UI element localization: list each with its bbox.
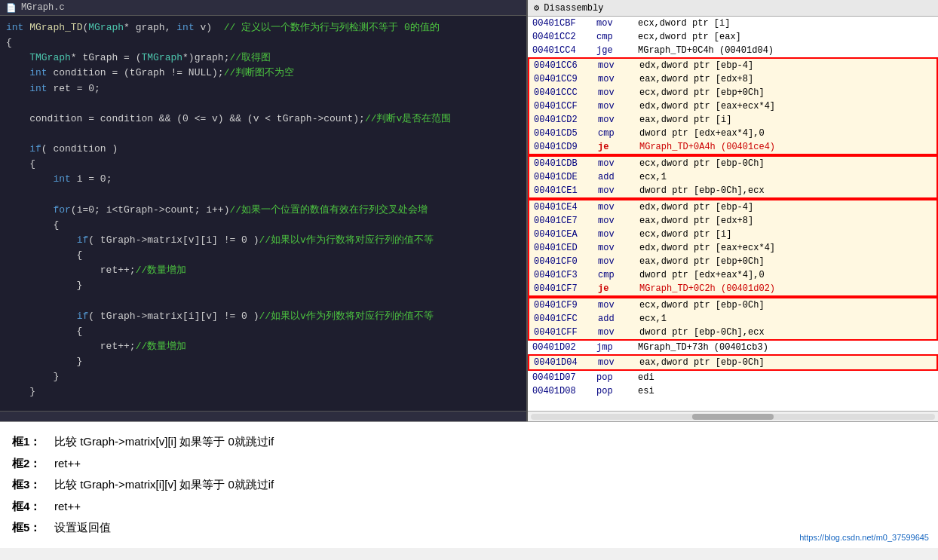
code-content[interactable]: int MGraph_TD(MGraph* graph, int v) // 定… — [0, 16, 526, 411]
disasm-row: 00401CDEaddecx,1 — [528, 170, 938, 184]
code-line: for(i=0; i<tGraph->count; i++)//如果一个位置的数… — [0, 203, 526, 218]
watermark: https://blog.csdn.net/m0_37599645 — [799, 533, 929, 542]
scrollbar-track — [531, 414, 935, 420]
code-line: } — [0, 384, 526, 399]
disasm-title-bar: ⚙ Disassembly — [528, 0, 938, 17]
disasm-row: 00401CBFmovecx,dword ptr [i] — [528, 17, 938, 30]
disasm-row: 00401CC6movedx,dword ptr [ebp-4] — [528, 57, 938, 72]
code-line: } — [0, 278, 526, 293]
code-line: if( condition ) — [0, 142, 526, 157]
annotation-line: 框4：ret++ — [12, 496, 926, 518]
top-panels: 📄 MGraph.c int MGraph_TD(MGraph* graph, … — [0, 0, 938, 422]
disasm-row: 00401CF9movecx,dword ptr [ebp-0Ch] — [528, 297, 938, 312]
disasm-row: 00401CE4movedx,dword ptr [ebp-4] — [528, 199, 938, 214]
code-line: { — [0, 35, 526, 50]
anno-label: 框1： — [12, 431, 50, 453]
code-line: condition = condition && (0 <= v) && (v … — [0, 112, 526, 127]
anno-label: 框3： — [12, 474, 50, 496]
disasm-content[interactable]: 00401CBFmovecx,dword ptr [i]00401CC2cmpe… — [528, 17, 938, 411]
disasm-row: 00401CCFmovedx,dword ptr [eax+ecx*4] — [528, 99, 938, 113]
code-line — [0, 188, 526, 203]
disasm-icon: ⚙ — [534, 2, 539, 14]
code-title-bar: 📄 MGraph.c — [0, 0, 526, 16]
disasm-row: 00401CC4jgeMGraph_TD+0C4h (00401d04) — [528, 44, 938, 57]
code-line: int MGraph_TD(MGraph* graph, int v) // 定… — [0, 20, 526, 35]
annotation-line: 框3：比较 tGraph->matrix[i][v] 如果等于 0就跳过if — [12, 474, 926, 496]
bottom-wrapper: 框1：比较 tGraph->matrix[v][i] 如果等于 0就跳过if框2… — [0, 422, 938, 548]
disasm-row: 00401D02jmpMGraph_TD+73h (00401cb3) — [528, 341, 938, 354]
code-line: int i = 0; — [0, 172, 526, 187]
disasm-panel-title: Disassembly — [544, 3, 603, 14]
disasm-row: 00401D04moveax,dword ptr [ebp-0Ch] — [528, 354, 938, 371]
code-line — [0, 294, 526, 309]
code-line: ret++;//数量增加 — [0, 263, 526, 278]
disasm-row: 00401CE7moveax,dword ptr [edx+8] — [528, 214, 938, 228]
disasm-row: 00401CFFmovdword ptr [ebp-0Ch],ecx — [528, 326, 938, 341]
anno-label: 框5： — [12, 517, 50, 539]
disasm-row: 00401CE1movdword ptr [ebp-0Ch],ecx — [528, 184, 938, 199]
code-line: if( tGraph->matrix[i][v] != 0 )//如果以v作为列… — [0, 309, 526, 324]
code-line: int condition = (tGraph != NULL);//判断图不为… — [0, 66, 526, 81]
code-line: } — [0, 369, 526, 384]
annotation-line: 框2：ret++ — [12, 453, 926, 475]
anno-text: ret++ — [54, 453, 81, 475]
code-line — [0, 127, 526, 142]
code-line — [0, 400, 526, 411]
code-panel: 📄 MGraph.c int MGraph_TD(MGraph* graph, … — [0, 0, 528, 421]
code-line — [0, 96, 526, 112]
disasm-row: 00401CD5cmpdword ptr [edx+eax*4],0 — [528, 127, 938, 140]
code-line: if( tGraph->matrix[v][i] != 0 )//如果以v作为行… — [0, 233, 526, 248]
anno-text: 比较 tGraph->matrix[i][v] 如果等于 0就跳过if — [54, 474, 274, 496]
annotation-line: 框1：比较 tGraph->matrix[v][i] 如果等于 0就跳过if — [12, 431, 926, 453]
disasm-row: 00401CC9moveax,dword ptr [edx+8] — [528, 72, 938, 86]
code-scrollbar[interactable] — [0, 411, 526, 421]
disasm-row: 00401CF0moveax,dword ptr [ebp+0Ch] — [528, 255, 938, 268]
anno-label: 框4： — [12, 496, 50, 518]
anno-text: 比较 tGraph->matrix[v][i] 如果等于 0就跳过if — [54, 431, 274, 453]
anno-text: 设置返回值 — [54, 517, 111, 539]
code-line: { — [0, 248, 526, 263]
code-line: TMGraph* tGraph = (TMGraph*)graph;//取得图 — [0, 50, 526, 66]
scrollbar-thumb — [692, 414, 773, 420]
file-icon: 📄 — [6, 3, 17, 13]
disasm-row: 00401CEDmovedx,dword ptr [eax+ecx*4] — [528, 241, 938, 255]
disasm-row: 00401CC2cmpecx,dword ptr [eax] — [528, 30, 938, 44]
disasm-row: 00401D07popedi — [528, 371, 938, 384]
main-container: 📄 MGraph.c int MGraph_TD(MGraph* graph, … — [0, 0, 938, 548]
disasm-row: 00401CFCaddecx,1 — [528, 312, 938, 326]
disasm-row: 00401CD9jeMGraph_TD+0A4h (00401ce4) — [528, 140, 938, 155]
disasm-panel: ⚙ Disassembly 00401CBFmovecx,dword ptr [… — [528, 0, 938, 421]
anno-label: 框2： — [12, 453, 50, 475]
code-line: int ret = 0; — [0, 81, 526, 96]
code-line: { — [0, 218, 526, 233]
annotation-line: 框5：设置返回值 — [12, 517, 926, 539]
annotation-area: 框1：比较 tGraph->matrix[v][i] 如果等于 0就跳过if框2… — [0, 422, 938, 548]
disasm-row: 00401D08popesi — [528, 384, 938, 398]
code-line: { — [0, 324, 526, 339]
disasm-row: 00401CF3cmpdword ptr [edx+eax*4],0 — [528, 268, 938, 282]
code-line: } — [0, 354, 526, 369]
disasm-row: 00401CD2moveax,dword ptr [i] — [528, 113, 938, 127]
disasm-scrollbar[interactable] — [528, 411, 938, 421]
code-line: ret++;//数量增加 — [0, 339, 526, 354]
disasm-row: 00401CCCmovecx,dword ptr [ebp+0Ch] — [528, 86, 938, 99]
code-line: { — [0, 157, 526, 172]
disasm-row: 00401CDBmovecx,dword ptr [ebp-0Ch] — [528, 155, 938, 170]
anno-text: ret++ — [54, 496, 81, 518]
code-panel-title: MGraph.c — [21, 2, 65, 13]
disasm-row: 00401CF7jeMGraph_TD+0C2h (00401d02) — [528, 282, 938, 297]
disasm-row: 00401CEAmovecx,dword ptr [i] — [528, 228, 938, 241]
